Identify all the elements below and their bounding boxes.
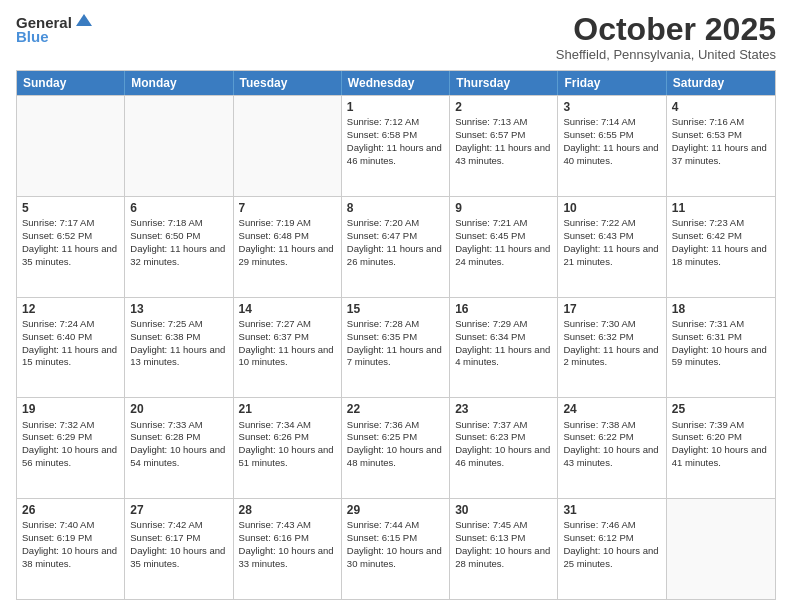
page: General Blue October 2025 Sheffield, Pen… bbox=[0, 0, 792, 612]
day-number: 23 bbox=[455, 401, 552, 417]
day-info: Sunrise: 7:16 AM Sunset: 6:53 PM Dayligh… bbox=[672, 116, 767, 165]
day-number: 22 bbox=[347, 401, 444, 417]
week-row-3: 19Sunrise: 7:32 AM Sunset: 6:29 PM Dayli… bbox=[17, 397, 775, 498]
day-number: 20 bbox=[130, 401, 227, 417]
day-number: 6 bbox=[130, 200, 227, 216]
day-number: 13 bbox=[130, 301, 227, 317]
day-number: 31 bbox=[563, 502, 660, 518]
cal-cell bbox=[234, 96, 342, 196]
week-row-0: 1Sunrise: 7:12 AM Sunset: 6:58 PM Daylig… bbox=[17, 95, 775, 196]
cal-cell: 19Sunrise: 7:32 AM Sunset: 6:29 PM Dayli… bbox=[17, 398, 125, 498]
day-info: Sunrise: 7:17 AM Sunset: 6:52 PM Dayligh… bbox=[22, 217, 117, 266]
day-info: Sunrise: 7:43 AM Sunset: 6:16 PM Dayligh… bbox=[239, 519, 334, 568]
day-info: Sunrise: 7:28 AM Sunset: 6:35 PM Dayligh… bbox=[347, 318, 442, 367]
day-number: 30 bbox=[455, 502, 552, 518]
day-number: 11 bbox=[672, 200, 770, 216]
cal-cell: 21Sunrise: 7:34 AM Sunset: 6:26 PM Dayli… bbox=[234, 398, 342, 498]
cal-cell: 23Sunrise: 7:37 AM Sunset: 6:23 PM Dayli… bbox=[450, 398, 558, 498]
day-info: Sunrise: 7:34 AM Sunset: 6:26 PM Dayligh… bbox=[239, 419, 334, 468]
cal-cell: 24Sunrise: 7:38 AM Sunset: 6:22 PM Dayli… bbox=[558, 398, 666, 498]
week-row-2: 12Sunrise: 7:24 AM Sunset: 6:40 PM Dayli… bbox=[17, 297, 775, 398]
day-number: 16 bbox=[455, 301, 552, 317]
day-number: 24 bbox=[563, 401, 660, 417]
week-row-4: 26Sunrise: 7:40 AM Sunset: 6:19 PM Dayli… bbox=[17, 498, 775, 599]
day-info: Sunrise: 7:27 AM Sunset: 6:37 PM Dayligh… bbox=[239, 318, 334, 367]
cal-cell: 12Sunrise: 7:24 AM Sunset: 6:40 PM Dayli… bbox=[17, 298, 125, 398]
cal-cell: 1Sunrise: 7:12 AM Sunset: 6:58 PM Daylig… bbox=[342, 96, 450, 196]
day-info: Sunrise: 7:46 AM Sunset: 6:12 PM Dayligh… bbox=[563, 519, 658, 568]
day-number: 29 bbox=[347, 502, 444, 518]
day-number: 26 bbox=[22, 502, 119, 518]
day-info: Sunrise: 7:20 AM Sunset: 6:47 PM Dayligh… bbox=[347, 217, 442, 266]
cal-cell: 4Sunrise: 7:16 AM Sunset: 6:53 PM Daylig… bbox=[667, 96, 775, 196]
day-number: 7 bbox=[239, 200, 336, 216]
cal-cell: 18Sunrise: 7:31 AM Sunset: 6:31 PM Dayli… bbox=[667, 298, 775, 398]
day-number: 5 bbox=[22, 200, 119, 216]
day-number: 1 bbox=[347, 99, 444, 115]
cal-cell: 17Sunrise: 7:30 AM Sunset: 6:32 PM Dayli… bbox=[558, 298, 666, 398]
month-title: October 2025 bbox=[556, 12, 776, 47]
cal-cell: 2Sunrise: 7:13 AM Sunset: 6:57 PM Daylig… bbox=[450, 96, 558, 196]
calendar: SundayMondayTuesdayWednesdayThursdayFrid… bbox=[16, 70, 776, 600]
day-info: Sunrise: 7:13 AM Sunset: 6:57 PM Dayligh… bbox=[455, 116, 550, 165]
day-number: 19 bbox=[22, 401, 119, 417]
day-header-sunday: Sunday bbox=[17, 71, 125, 95]
cal-cell: 25Sunrise: 7:39 AM Sunset: 6:20 PM Dayli… bbox=[667, 398, 775, 498]
cal-cell: 22Sunrise: 7:36 AM Sunset: 6:25 PM Dayli… bbox=[342, 398, 450, 498]
day-header-tuesday: Tuesday bbox=[234, 71, 342, 95]
cal-cell: 13Sunrise: 7:25 AM Sunset: 6:38 PM Dayli… bbox=[125, 298, 233, 398]
cal-cell: 16Sunrise: 7:29 AM Sunset: 6:34 PM Dayli… bbox=[450, 298, 558, 398]
day-info: Sunrise: 7:29 AM Sunset: 6:34 PM Dayligh… bbox=[455, 318, 550, 367]
cal-cell: 27Sunrise: 7:42 AM Sunset: 6:17 PM Dayli… bbox=[125, 499, 233, 599]
day-info: Sunrise: 7:33 AM Sunset: 6:28 PM Dayligh… bbox=[130, 419, 225, 468]
day-info: Sunrise: 7:23 AM Sunset: 6:42 PM Dayligh… bbox=[672, 217, 767, 266]
svg-marker-0 bbox=[76, 14, 92, 26]
cal-cell: 5Sunrise: 7:17 AM Sunset: 6:52 PM Daylig… bbox=[17, 197, 125, 297]
day-info: Sunrise: 7:40 AM Sunset: 6:19 PM Dayligh… bbox=[22, 519, 117, 568]
cal-cell: 14Sunrise: 7:27 AM Sunset: 6:37 PM Dayli… bbox=[234, 298, 342, 398]
logo-blue: Blue bbox=[16, 28, 49, 45]
day-info: Sunrise: 7:21 AM Sunset: 6:45 PM Dayligh… bbox=[455, 217, 550, 266]
day-info: Sunrise: 7:37 AM Sunset: 6:23 PM Dayligh… bbox=[455, 419, 550, 468]
cal-cell bbox=[17, 96, 125, 196]
day-info: Sunrise: 7:30 AM Sunset: 6:32 PM Dayligh… bbox=[563, 318, 658, 367]
day-info: Sunrise: 7:36 AM Sunset: 6:25 PM Dayligh… bbox=[347, 419, 442, 468]
day-number: 28 bbox=[239, 502, 336, 518]
header-right: October 2025 Sheffield, Pennsylvania, Un… bbox=[556, 12, 776, 62]
cal-cell bbox=[667, 499, 775, 599]
day-info: Sunrise: 7:39 AM Sunset: 6:20 PM Dayligh… bbox=[672, 419, 767, 468]
day-info: Sunrise: 7:31 AM Sunset: 6:31 PM Dayligh… bbox=[672, 318, 767, 367]
cal-cell: 31Sunrise: 7:46 AM Sunset: 6:12 PM Dayli… bbox=[558, 499, 666, 599]
day-info: Sunrise: 7:32 AM Sunset: 6:29 PM Dayligh… bbox=[22, 419, 117, 468]
day-info: Sunrise: 7:24 AM Sunset: 6:40 PM Dayligh… bbox=[22, 318, 117, 367]
calendar-header: SundayMondayTuesdayWednesdayThursdayFrid… bbox=[17, 71, 775, 95]
cal-cell: 8Sunrise: 7:20 AM Sunset: 6:47 PM Daylig… bbox=[342, 197, 450, 297]
day-header-friday: Friday bbox=[558, 71, 666, 95]
cal-cell bbox=[125, 96, 233, 196]
logo: General Blue bbox=[16, 12, 94, 45]
cal-cell: 29Sunrise: 7:44 AM Sunset: 6:15 PM Dayli… bbox=[342, 499, 450, 599]
cal-cell: 6Sunrise: 7:18 AM Sunset: 6:50 PM Daylig… bbox=[125, 197, 233, 297]
day-number: 4 bbox=[672, 99, 770, 115]
day-number: 2 bbox=[455, 99, 552, 115]
day-info: Sunrise: 7:44 AM Sunset: 6:15 PM Dayligh… bbox=[347, 519, 442, 568]
logo-icon bbox=[74, 12, 94, 32]
day-info: Sunrise: 7:12 AM Sunset: 6:58 PM Dayligh… bbox=[347, 116, 442, 165]
cal-cell: 26Sunrise: 7:40 AM Sunset: 6:19 PM Dayli… bbox=[17, 499, 125, 599]
day-number: 8 bbox=[347, 200, 444, 216]
day-number: 15 bbox=[347, 301, 444, 317]
day-number: 10 bbox=[563, 200, 660, 216]
day-number: 21 bbox=[239, 401, 336, 417]
day-info: Sunrise: 7:38 AM Sunset: 6:22 PM Dayligh… bbox=[563, 419, 658, 468]
day-number: 17 bbox=[563, 301, 660, 317]
day-info: Sunrise: 7:19 AM Sunset: 6:48 PM Dayligh… bbox=[239, 217, 334, 266]
day-number: 14 bbox=[239, 301, 336, 317]
cal-cell: 10Sunrise: 7:22 AM Sunset: 6:43 PM Dayli… bbox=[558, 197, 666, 297]
cal-cell: 11Sunrise: 7:23 AM Sunset: 6:42 PM Dayli… bbox=[667, 197, 775, 297]
cal-cell: 7Sunrise: 7:19 AM Sunset: 6:48 PM Daylig… bbox=[234, 197, 342, 297]
day-info: Sunrise: 7:42 AM Sunset: 6:17 PM Dayligh… bbox=[130, 519, 225, 568]
day-number: 27 bbox=[130, 502, 227, 518]
cal-cell: 3Sunrise: 7:14 AM Sunset: 6:55 PM Daylig… bbox=[558, 96, 666, 196]
day-number: 9 bbox=[455, 200, 552, 216]
header: General Blue October 2025 Sheffield, Pen… bbox=[16, 12, 776, 62]
